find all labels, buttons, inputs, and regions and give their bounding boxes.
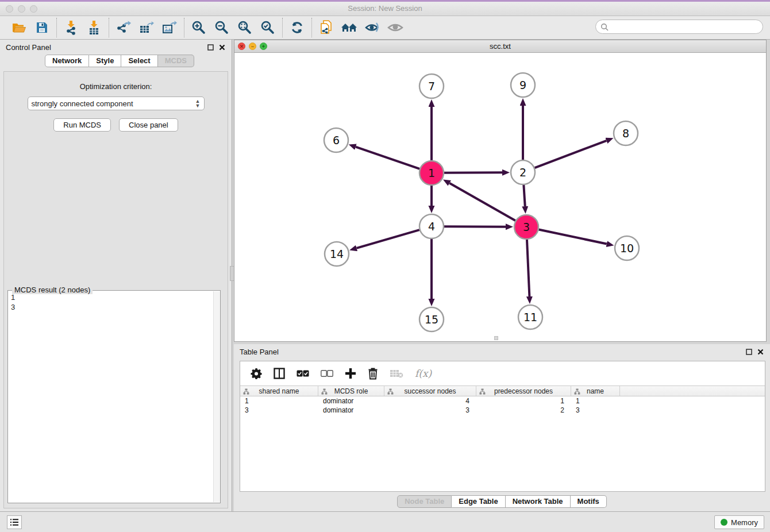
network-canvas[interactable]: 7968124314101511: [234, 53, 766, 341]
close-panel-icon[interactable]: [218, 44, 226, 51]
select-all-icon[interactable]: [297, 370, 309, 377]
network-graph: 7968124314101511: [234, 53, 766, 342]
network-close-icon[interactable]: ✕: [238, 43, 245, 50]
close-table-panel-icon[interactable]: [757, 348, 764, 356]
graph-node-label-7: 7: [428, 80, 435, 92]
search-input[interactable]: [611, 23, 763, 31]
zoom-fit-icon[interactable]: [236, 19, 253, 36]
column-header-MCDS-role[interactable]: MCDS role: [318, 386, 384, 396]
table-cell[interactable]: 1: [476, 396, 571, 406]
function-icon: f(x): [415, 368, 432, 379]
edge-2-8[interactable]: [535, 141, 607, 168]
column-header-name[interactable]: name: [571, 386, 620, 396]
mcds-panel: Optimization criterion: strongly connect…: [3, 71, 228, 508]
tab-network-table[interactable]: Network Table: [506, 495, 571, 508]
tab-mcds[interactable]: MCDS: [158, 55, 194, 67]
zoom-selected-icon[interactable]: [259, 19, 276, 36]
canvas-resize-grip[interactable]: [494, 336, 498, 340]
deselect-all-icon[interactable]: [321, 370, 333, 377]
export-table-icon[interactable]: [138, 19, 155, 36]
float-panel-icon[interactable]: [207, 44, 214, 51]
columns-icon[interactable]: [274, 368, 285, 379]
save-icon[interactable]: [33, 19, 51, 36]
graph-node-label-6: 6: [333, 134, 340, 147]
home-icon[interactable]: [341, 19, 358, 36]
column-header-predecessor-nodes[interactable]: predecessor nodes: [476, 386, 571, 396]
table-row[interactable]: 1dominator411: [240, 396, 765, 406]
eye-icon[interactable]: [387, 19, 404, 36]
edge-3-1[interactable]: [449, 183, 515, 221]
tab-node-table[interactable]: Node Table: [397, 495, 452, 508]
table-cell[interactable]: 1: [240, 396, 318, 406]
result-scrollbar[interactable]: [213, 291, 220, 502]
tab-motifs[interactable]: Motifs: [571, 495, 607, 508]
float-table-panel-icon[interactable]: [745, 348, 753, 356]
network-minimize-icon[interactable]: −: [249, 43, 256, 50]
trash-icon[interactable]: [368, 368, 378, 380]
graph-node-label-3: 3: [523, 221, 530, 233]
app-title: Session: New Session: [0, 4, 770, 13]
tab-edge-table[interactable]: Edge Table: [452, 495, 505, 508]
table-cell[interactable]: 4: [384, 396, 476, 406]
table-cell[interactable]: 1: [571, 396, 620, 406]
graph-node-label-11: 11: [523, 311, 537, 323]
export-network-icon[interactable]: [115, 19, 132, 36]
mcds-result-text[interactable]: 1 3: [9, 291, 213, 502]
column-header-shared-name[interactable]: shared name: [240, 386, 318, 396]
edge-1-2[interactable]: [444, 172, 502, 173]
table-cell[interactable]: 2: [476, 406, 571, 415]
table-cell[interactable]: 3: [571, 406, 620, 415]
dropdown-value: strongly connected component: [32, 99, 195, 108]
hide-details-icon[interactable]: [364, 19, 381, 36]
node-table: f(x) shared nameMCDS rolesuccessor nodes…: [240, 361, 765, 492]
zoom-in-icon[interactable]: [190, 19, 207, 36]
memory-button[interactable]: Memory: [714, 515, 764, 529]
import-table-icon[interactable]: [86, 19, 103, 36]
delete-table-icon: [390, 369, 403, 378]
add-icon[interactable]: [345, 368, 356, 379]
run-mcds-button[interactable]: Run MCDS: [53, 118, 111, 132]
tab-style[interactable]: Style: [89, 55, 121, 67]
optimization-dropdown[interactable]: strongly connected component ▲▼: [28, 97, 205, 110]
open-folder-icon[interactable]: [10, 19, 28, 36]
export-image-icon[interactable]: [161, 19, 178, 36]
graph-node-label-8: 8: [622, 127, 629, 140]
edge-3-11[interactable]: [527, 240, 529, 296]
control-panel-title: Control Panel: [6, 43, 203, 52]
table-cell[interactable]: 3: [240, 406, 318, 415]
table-cell[interactable]: dominator: [318, 396, 384, 406]
edge-1-6[interactable]: [356, 147, 419, 169]
tab-select[interactable]: Select: [121, 55, 157, 67]
network-maximize-icon[interactable]: +: [260, 43, 267, 50]
network-window-title: scc.txt: [234, 40, 766, 52]
table-row[interactable]: 3dominator323: [240, 406, 765, 415]
edge-2-3[interactable]: [523, 185, 525, 206]
table-cell[interactable]: 3: [384, 406, 476, 415]
mcds-result-box: MCDS result (2 nodes) 1 3: [7, 286, 221, 503]
column-header-successor-nodes[interactable]: successor nodes: [384, 386, 476, 396]
task-history-button[interactable]: [7, 515, 22, 529]
graph-node-label-2: 2: [519, 166, 526, 179]
import-network-icon[interactable]: [63, 19, 80, 36]
refresh-icon[interactable]: [288, 19, 306, 36]
memory-status-icon: [721, 519, 727, 526]
duplicate-network-icon[interactable]: [318, 19, 335, 36]
app-titlebar: Session: New Session: [0, 2, 770, 16]
table-panel-title: Table Panel: [240, 348, 741, 356]
edge-4-14[interactable]: [357, 230, 419, 248]
search-field[interactable]: [595, 20, 763, 34]
graph-node-label-4: 4: [428, 220, 435, 233]
network-window: ✕ − + scc.txt 7968124314101511: [234, 40, 767, 342]
table-cell[interactable]: dominator: [318, 406, 384, 415]
zoom-out-icon[interactable]: [213, 19, 230, 36]
tab-network[interactable]: Network: [45, 55, 89, 67]
network-window-titlebar[interactable]: ✕ − + scc.txt: [234, 40, 766, 53]
chevron-updown-icon: ▲▼: [195, 99, 201, 108]
edge-3-10[interactable]: [539, 230, 607, 244]
table-body: 1dominator4113dominator323: [240, 396, 765, 415]
edge-4-3[interactable]: [444, 226, 506, 227]
close-panel-button[interactable]: Close panel: [119, 118, 178, 132]
gear-icon[interactable]: [251, 368, 262, 379]
control-panel: Control Panel NetworkStyleSelectMCDS Opt…: [0, 40, 232, 511]
list-icon: [10, 518, 19, 526]
